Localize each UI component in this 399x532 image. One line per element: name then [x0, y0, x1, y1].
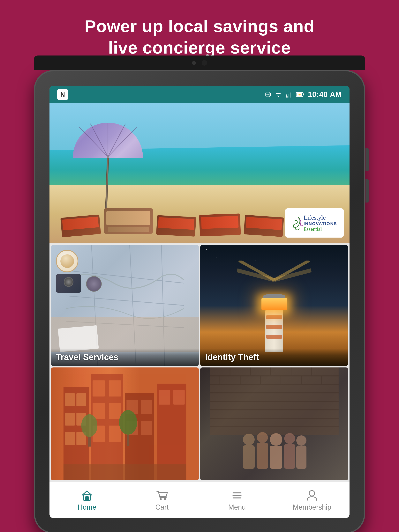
nav-menu-label: Menu: [228, 503, 246, 511]
svg-rect-60: [64, 464, 186, 480]
svg-text:⚡: ⚡: [298, 93, 301, 96]
svg-rect-83: [257, 443, 268, 469]
svg-rect-57: [88, 437, 90, 447]
svg-line-24: [66, 271, 184, 283]
svg-line-32: [237, 270, 274, 280]
lifestyle-innovations-text: INNOVATIONS: [303, 221, 337, 226]
svg-rect-14: [290, 93, 291, 98]
menu-icon: [231, 489, 243, 502]
lifestyle-brand-name: Lifestyle: [303, 214, 337, 221]
svg-point-97: [309, 491, 315, 496]
bottom-nav: Home Cart: [50, 482, 349, 518]
svg-rect-36: [76, 393, 86, 406]
card-label-identity: Identity Theft: [200, 348, 348, 366]
svg-rect-5: [269, 94, 269, 95]
hero-image: Lifestyle INNOVATIONS Essential: [50, 103, 349, 243]
svg-point-88: [296, 435, 306, 446]
nav-cart-label: Cart: [155, 503, 168, 511]
group-background: [200, 367, 348, 481]
camera-dot-left: [192, 61, 196, 65]
lighthouse-light-room: [261, 298, 287, 310]
home-icon: [81, 489, 93, 502]
paper-note: [58, 325, 99, 352]
lifestyle-essential-text: Essential: [303, 226, 337, 232]
svg-point-86: [284, 433, 295, 444]
svg-rect-0: [265, 93, 265, 96]
svg-rect-16: [303, 94, 304, 95]
svg-rect-87: [284, 444, 295, 469]
card-group[interactable]: [200, 367, 348, 481]
svg-line-23: [108, 127, 137, 157]
vibrate-icon: [264, 91, 271, 98]
lifestyle-logo: Lifestyle INNOVATIONS Essential: [285, 208, 344, 238]
card-local[interactable]: [51, 367, 199, 481]
svg-rect-35: [65, 393, 75, 406]
device-screen: N: [50, 86, 349, 518]
wave-2: [59, 161, 157, 161]
nav-home-label: Home: [77, 503, 96, 511]
lighthouse-tower: [265, 310, 283, 352]
device-frame: N: [34, 70, 365, 532]
status-time: 10:40 AM: [308, 90, 342, 99]
nav-item-cart[interactable]: Cart: [124, 489, 200, 511]
svg-rect-39: [65, 432, 75, 445]
wave-1: [69, 158, 147, 158]
compass-object: [86, 276, 102, 292]
svg-rect-2: [270, 93, 271, 96]
signal-icon: [285, 91, 292, 98]
card-identity-label: Identity Theft: [205, 352, 259, 362]
camera-object: [56, 274, 81, 293]
svg-rect-13: [289, 94, 289, 98]
status-bar-right: ⚡ 10:40 AM: [264, 90, 342, 99]
svg-point-58: [119, 410, 137, 434]
svg-point-10: [278, 96, 279, 97]
svg-point-92: [160, 498, 162, 500]
membership-icon: [306, 489, 318, 502]
svg-line-19: [79, 127, 108, 157]
card-travel-services[interactable]: Travel Services: [51, 245, 199, 366]
camera-dot-right: [202, 60, 207, 66]
battery-icon: ⚡: [296, 91, 304, 98]
svg-line-25: [66, 296, 184, 305]
svg-rect-45: [109, 403, 121, 419]
wifi-icon: [275, 91, 282, 98]
header-title: Power up local savings and live concierg…: [84, 16, 315, 58]
lifestyle-swirl-icon: [292, 216, 303, 230]
svg-rect-3: [266, 94, 267, 95]
svg-line-33: [274, 270, 311, 280]
nav-item-membership[interactable]: Membership: [275, 489, 349, 511]
street-background: [51, 367, 199, 481]
svg-point-82: [257, 432, 268, 443]
card-label-travel: Travel Services: [51, 348, 199, 366]
svg-point-93: [164, 498, 166, 500]
svg-line-20: [90, 124, 108, 157]
svg-rect-55: [174, 390, 185, 405]
beach-chair-4: [199, 213, 241, 236]
app-logo: N: [57, 89, 68, 100]
beach-chair-5: [244, 215, 284, 237]
svg-rect-91: [85, 496, 89, 500]
svg-rect-54: [159, 390, 170, 405]
cards-grid: Travel Services: [50, 243, 349, 482]
svg-rect-47: [109, 425, 121, 442]
svg-rect-44: [93, 403, 105, 419]
svg-rect-37: [65, 413, 75, 425]
card-identity-theft[interactable]: Identity Theft: [200, 245, 348, 366]
nav-item-menu[interactable]: Menu: [200, 489, 275, 511]
card-travel-label: Travel Services: [56, 352, 118, 362]
device-wrapper: N: [26, 70, 373, 532]
beach-chair-3: [156, 215, 196, 237]
nav-membership-label: Membership: [293, 503, 331, 511]
svg-rect-59: [127, 434, 129, 446]
status-bar: N: [50, 86, 349, 103]
svg-rect-11: [286, 95, 287, 98]
svg-point-80: [243, 434, 255, 445]
svg-rect-4: [268, 94, 268, 95]
svg-rect-89: [296, 446, 306, 469]
nav-item-home[interactable]: Home: [50, 489, 124, 511]
svg-line-22: [108, 124, 125, 157]
cart-icon: [156, 489, 168, 502]
beach-chair-2: [104, 208, 153, 234]
svg-point-56: [81, 414, 97, 437]
svg-rect-42: [93, 380, 105, 396]
